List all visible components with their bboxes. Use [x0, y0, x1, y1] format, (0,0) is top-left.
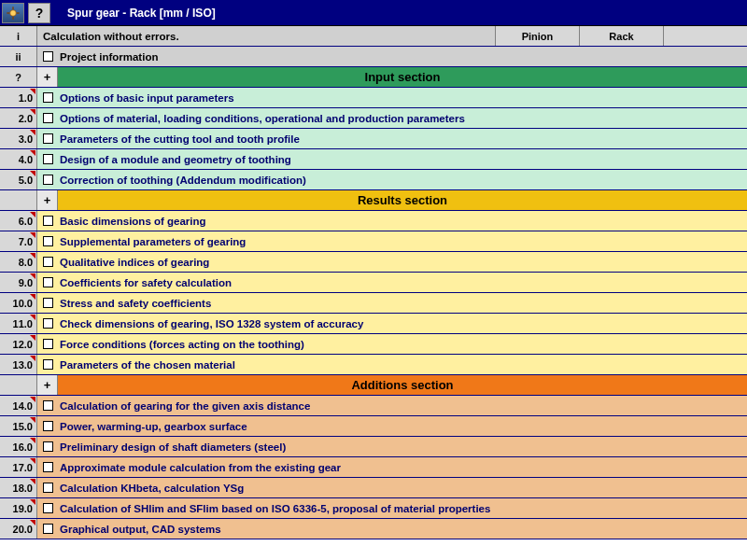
input-row[interactable]: 1.0 Options of basic input parameters — [0, 88, 747, 108]
checkbox[interactable] — [43, 318, 53, 329]
results-row[interactable]: 12.0 Force conditions (forces acting on … — [0, 334, 747, 355]
comment-indicator-icon — [30, 89, 35, 94]
checkbox[interactable] — [43, 257, 53, 267]
additions-section-header: + Additions section — [0, 375, 747, 396]
checkbox[interactable] — [43, 92, 53, 103]
row-label: Qualitative indices of gearing — [58, 252, 747, 272]
row-label: Check dimensions of gearing, ISO 1328 sy… — [58, 314, 747, 333]
additions-row[interactable]: 17.0 Approximate module calculation from… — [0, 457, 747, 478]
checkbox[interactable] — [43, 175, 53, 185]
row-number: 2.0 — [0, 108, 37, 128]
row-number: 7.0 — [0, 231, 37, 251]
checkbox[interactable] — [43, 339, 53, 349]
expand-button[interactable]: + — [37, 67, 58, 87]
results-row[interactable]: 10.0 Stress and safety coefficients — [0, 293, 747, 314]
comment-indicator-icon — [30, 150, 35, 156]
results-row[interactable]: 11.0 Check dimensions of gearing, ISO 13… — [0, 314, 747, 334]
checkbox-cell — [37, 47, 58, 66]
comment-indicator-icon — [30, 232, 35, 238]
input-section-title: Input section — [58, 67, 747, 87]
row-number: 8.0 — [0, 252, 37, 272]
checkbox[interactable] — [43, 359, 53, 370]
row-number: 12.0 — [0, 334, 37, 354]
checkbox[interactable] — [43, 133, 53, 144]
results-row[interactable]: 13.0 Parameters of the chosen material — [0, 355, 747, 375]
checkbox[interactable] — [43, 277, 53, 287]
additions-spacer-cell — [0, 375, 37, 395]
project-info-row[interactable]: ii Project information — [0, 47, 747, 67]
comment-indicator-icon — [30, 109, 35, 115]
results-row[interactable]: 9.0 Coefficients for safety calculation — [0, 273, 747, 293]
row-number: 19.0 — [0, 498, 37, 518]
row-label: Force conditions (forces acting on the t… — [58, 334, 747, 354]
checkbox[interactable] — [43, 236, 53, 246]
comment-indicator-icon — [30, 397, 35, 402]
checkbox[interactable] — [43, 441, 53, 452]
row-label: Preliminary design of shaft diameters (s… — [58, 437, 747, 456]
row-number: 11.0 — [0, 314, 37, 333]
app-icon[interactable] — [2, 3, 24, 23]
checkbox[interactable] — [43, 298, 53, 308]
additions-row[interactable]: 20.0 Graphical output, CAD systems — [0, 519, 747, 539]
comment-indicator-icon — [30, 212, 35, 217]
svg-point-0 — [10, 9, 17, 16]
checkbox[interactable] — [43, 400, 53, 411]
project-info-label: Project information — [58, 47, 747, 66]
row-label: Calculation of SHlim and SFlim based on … — [58, 498, 747, 518]
checkbox[interactable] — [43, 524, 53, 534]
input-row[interactable]: 2.0 Options of material, loading conditi… — [0, 108, 747, 129]
column-header-empty — [663, 26, 747, 46]
input-row[interactable]: 4.0 Design of a module and geometry of t… — [0, 149, 747, 170]
comment-indicator-icon — [30, 253, 35, 259]
checkbox[interactable] — [43, 51, 53, 62]
column-header-rack[interactable]: Rack — [579, 26, 663, 46]
checkbox[interactable] — [43, 483, 53, 493]
checkbox[interactable] — [43, 154, 53, 164]
results-spacer-cell — [0, 190, 37, 210]
checkbox[interactable] — [43, 462, 53, 472]
results-row[interactable]: 6.0 Basic dimensions of gearing — [0, 211, 747, 231]
comment-indicator-icon — [30, 499, 35, 505]
checkbox[interactable] — [43, 113, 53, 123]
input-row[interactable]: 3.0 Parameters of the cutting tool and t… — [0, 129, 747, 149]
row-label: Graphical output, CAD systems — [58, 519, 747, 539]
status-text: Calculation without errors. — [37, 26, 495, 46]
row-label: Design of a module and geometry of tooth… — [58, 149, 747, 169]
row-number: 20.0 — [0, 519, 37, 539]
row-number: 15.0 — [0, 416, 37, 436]
comment-indicator-icon — [30, 520, 35, 525]
row-number: 4.0 — [0, 149, 37, 169]
help-button[interactable]: ? — [28, 3, 50, 23]
comment-indicator-icon — [30, 458, 35, 464]
row-label: Approximate module calculation from the … — [58, 457, 747, 477]
row-number: 10.0 — [0, 293, 37, 313]
results-row[interactable]: 7.0 Supplemental parameters of gearing — [0, 231, 747, 252]
input-row[interactable]: 5.0 Correction of toothing (Addendum mod… — [0, 170, 747, 190]
additions-row[interactable]: 19.0 Calculation of SHlim and SFlim base… — [0, 498, 747, 519]
row-label: Options of basic input parameters — [58, 88, 747, 107]
additions-row[interactable]: 15.0 Power, warming-up, gearbox surface — [0, 416, 747, 437]
results-row[interactable]: 8.0 Qualitative indices of gearing — [0, 252, 747, 273]
results-section-title: Results section — [58, 190, 747, 210]
checkbox[interactable] — [43, 503, 53, 513]
row-number: 14.0 — [0, 396, 37, 415]
results-section-header: + Results section — [0, 190, 747, 211]
input-help-cell[interactable]: ? — [0, 67, 37, 87]
additions-row[interactable]: 16.0 Preliminary design of shaft diamete… — [0, 437, 747, 457]
row-label: Correction of toothing (Addendum modific… — [58, 170, 747, 189]
input-section-header: ? + Input section — [0, 67, 747, 88]
checkbox[interactable] — [43, 216, 53, 226]
row-number: 16.0 — [0, 437, 37, 456]
expand-button[interactable]: + — [37, 375, 58, 395]
row-number: 17.0 — [0, 457, 37, 477]
row-label: Stress and safety coefficients — [58, 293, 747, 313]
title-bar: ? Spur gear - Rack [mm / ISO] — [0, 0, 747, 26]
expand-button[interactable]: + — [37, 190, 58, 210]
status-row: i Calculation without errors. Pinion Rac… — [0, 26, 747, 47]
column-header-pinion[interactable]: Pinion — [495, 26, 579, 46]
comment-indicator-icon — [30, 335, 35, 341]
additions-row[interactable]: 14.0 Calculation of gearing for the give… — [0, 396, 747, 416]
checkbox[interactable] — [43, 421, 53, 431]
additions-row[interactable]: 18.0 Calculation KHbeta, calculation YSg — [0, 478, 747, 498]
comment-indicator-icon — [30, 479, 35, 484]
